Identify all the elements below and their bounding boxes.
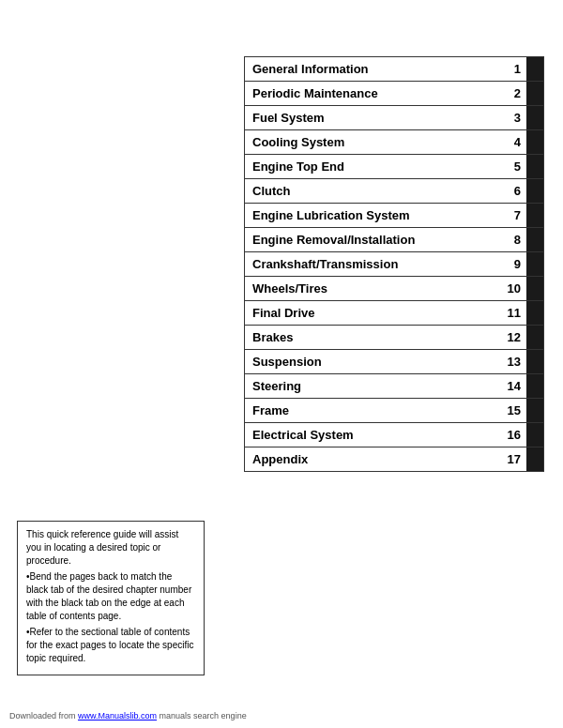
toc-number: 15 (496, 403, 526, 417)
toc-tab (526, 204, 543, 227)
toc-label: Electrical System (245, 423, 496, 447)
toc-tab (526, 228, 543, 251)
toc-row[interactable]: Electrical System16 (244, 422, 544, 447)
page-title (0, 0, 563, 47)
toc-number: 10 (496, 281, 526, 296)
toc-number: 14 (496, 379, 526, 393)
toc-tab (526, 326, 543, 349)
toc-row[interactable]: Crankshaft/Transmission9 (244, 251, 544, 276)
toc-number: 12 (496, 330, 526, 344)
toc-tab (526, 350, 543, 373)
toc-row[interactable]: Cooling System4 (244, 129, 544, 154)
toc-number: 13 (496, 355, 526, 369)
toc-label: Steering (245, 374, 496, 398)
toc-number: 7 (496, 208, 526, 222)
toc-row[interactable]: Brakes12 (244, 325, 544, 349)
toc-tab (526, 301, 543, 325)
toc-label: Engine Removal/Installation (245, 228, 496, 251)
toc-number: 8 (496, 233, 526, 247)
toc-label: Frame (245, 399, 496, 422)
toc-container: General Information1Periodic Maintenance… (244, 56, 544, 472)
toc-number: 16 (496, 428, 526, 442)
toc-number: 9 (496, 257, 526, 271)
toc-number: 4 (496, 135, 526, 149)
toc-number: 2 (496, 86, 526, 100)
toc-label: Appendix (245, 447, 496, 471)
toc-tab (526, 374, 543, 398)
toc-tab (526, 155, 543, 178)
toc-label: Periodic Maintenance (245, 82, 496, 105)
toc-number: 3 (496, 111, 526, 125)
toc-tab (526, 179, 543, 203)
footer: Downloaded from www.Manualslib.com manua… (9, 711, 247, 720)
toc-label: Fuel System (245, 106, 496, 129)
toc-row[interactable]: Clutch6 (244, 178, 544, 203)
toc-row[interactable]: General Information1 (244, 56, 544, 81)
toc-tab (526, 399, 543, 422)
toc-label: Clutch (245, 179, 496, 203)
toc-row[interactable]: Steering14 (244, 373, 544, 398)
toc-tab (526, 423, 543, 447)
toc-number: 17 (496, 452, 526, 466)
footer-suffix: manuals search engine (157, 711, 247, 720)
toc-label: Engine Lubrication System (245, 204, 496, 227)
toc-row[interactable]: Final Drive11 (244, 300, 544, 325)
toc-tab (526, 106, 543, 129)
footer-link[interactable]: www.Manualslib.com (78, 711, 157, 720)
toc-label: General Information (245, 57, 496, 81)
toc-label: Final Drive (245, 301, 496, 325)
toc-row[interactable]: Suspension13 (244, 349, 544, 373)
footer-prefix: Downloaded from (9, 711, 78, 720)
toc-row[interactable]: Wheels/Tires10 (244, 276, 544, 300)
toc-number: 11 (496, 306, 526, 320)
toc-row[interactable]: Engine Lubrication System7 (244, 203, 544, 227)
toc-row[interactable]: Engine Removal/Installation8 (244, 227, 544, 251)
toc-label: Brakes (245, 326, 496, 349)
toc-label: Cooling System (245, 130, 496, 154)
toc-tab (526, 57, 543, 81)
toc-tab (526, 277, 543, 300)
toc-number: 1 (496, 62, 526, 76)
toc-label: Engine Top End (245, 155, 496, 178)
toc-row[interactable]: Appendix17 (244, 447, 544, 472)
toc-label: Wheels/Tires (245, 277, 496, 300)
toc-row[interactable]: Periodic Maintenance2 (244, 81, 544, 105)
toc-label: Crankshaft/Transmission (245, 252, 496, 276)
toc-row[interactable]: Engine Top End5 (244, 154, 544, 178)
toc-tab (526, 252, 543, 276)
toc-number: 6 (496, 184, 526, 198)
toc-number: 5 (496, 159, 526, 174)
toc-tab (526, 130, 543, 154)
toc-tab (526, 447, 543, 471)
toc-row[interactable]: Fuel System3 (244, 105, 544, 129)
info-box: This quick reference guide will assist y… (17, 521, 205, 675)
toc-row[interactable]: Frame15 (244, 398, 544, 422)
toc-tab (526, 82, 543, 105)
toc-label: Suspension (245, 350, 496, 373)
